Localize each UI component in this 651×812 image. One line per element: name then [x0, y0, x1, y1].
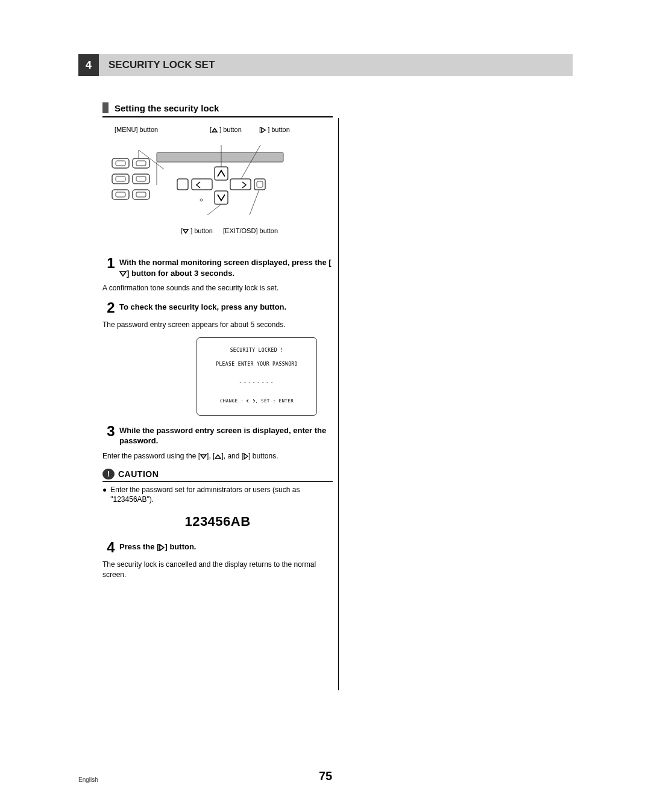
step-heading: While the password entry screen is displ… [119, 424, 333, 446]
caution-header: ! CAUTION [102, 469, 333, 482]
down-arrow-icon [200, 454, 207, 459]
step-2: 2 To check the security lock, press any … [102, 301, 333, 315]
svg-rect-10 [133, 190, 149, 199]
content-column: Setting the security lock [MENU] button … [102, 102, 333, 580]
bullet-dot: ● [102, 485, 107, 504]
diagram-label-menu: [MENU] button [115, 126, 158, 133]
svg-rect-17 [215, 191, 228, 204]
step-number: 1 [102, 256, 119, 278]
footer-language: English [78, 776, 98, 783]
caution-block: ! CAUTION ● Enter the password set for a… [102, 469, 333, 504]
svg-rect-18 [230, 179, 251, 190]
step-3: 3 While the password entry screen is dis… [102, 424, 333, 446]
diagram-label-right: [ ] button [259, 126, 290, 133]
page-footer: English 75 [78, 776, 573, 783]
password-screen-illustration: SECURITY LOCKED ! PLEASE ENTER YOUR PASS… [197, 337, 317, 416]
page-number: 75 [319, 769, 332, 783]
caution-bullet: ● Enter the password set for administrat… [102, 485, 333, 504]
document-page: 4 SECURITY LOCK SET Setting the security… [0, 0, 651, 812]
svg-rect-19 [254, 179, 265, 190]
svg-rect-12 [157, 152, 283, 162]
section-marker [102, 102, 108, 113]
svg-rect-0 [112, 158, 129, 168]
screen-line: CHANGE : , SET : ENTER [220, 398, 294, 404]
svg-rect-15 [192, 179, 212, 190]
step-body: A confirmation tone sounds and the secur… [102, 283, 333, 293]
screen-line: SECURITY LOCKED ! [230, 348, 284, 353]
svg-rect-14 [177, 179, 188, 190]
section-header: Setting the security lock [102, 102, 333, 117]
step-4: 4 Press the [] button. [102, 540, 333, 555]
caution-text: Enter the password set for administrator… [110, 485, 333, 504]
chapter-title: SECURITY LOCK SET [99, 54, 215, 76]
up-arrow-icon [212, 128, 218, 133]
diagram-label-down: [ ] button [181, 227, 213, 234]
svg-rect-16 [215, 167, 228, 180]
step-body: The password entry screen appears for ab… [102, 320, 333, 330]
screen-line: PLEASE ENTER YOUR PASSWORD [216, 361, 298, 367]
down-arrow-icon [183, 229, 189, 234]
section-title: Setting the security lock [115, 103, 219, 113]
right-arrow-icon [244, 453, 248, 460]
svg-rect-2 [133, 158, 149, 168]
diagram-label-up: [ ] button [210, 126, 242, 133]
device-diagram: [MENU] button [ ] button [ ] button [102, 126, 333, 246]
step-number: 2 [102, 301, 119, 315]
step-heading: To check the security lock, press any bu… [119, 301, 286, 315]
step-body: Enter the password using the [], [], and… [102, 451, 333, 461]
step-heading: Press the [] button. [119, 540, 196, 555]
up-arrow-icon [215, 454, 221, 459]
svg-rect-8 [112, 190, 129, 199]
step-1: 1 With the normal monitoring screen disp… [102, 256, 333, 278]
step-number: 4 [102, 540, 119, 555]
down-arrow-icon [119, 271, 127, 276]
svg-line-27 [250, 190, 259, 215]
svg-rect-4 [112, 174, 129, 184]
step-number: 3 [102, 424, 119, 446]
left-right-arrow-icon [247, 399, 255, 403]
password-example: 123456AB [102, 514, 333, 529]
caution-icon: ! [102, 469, 115, 479]
svg-point-21 [200, 199, 203, 201]
svg-line-26 [207, 204, 221, 215]
column-divider [338, 118, 339, 690]
screen-line: -------- [239, 379, 274, 385]
device-illustration [111, 143, 286, 215]
right-arrow-icon [261, 127, 266, 133]
chapter-number: 4 [78, 54, 99, 76]
step-heading: With the normal monitoring screen displa… [119, 256, 333, 278]
step-body: The security lock is cancelled and the d… [102, 560, 333, 580]
chapter-header: 4 SECURITY LOCK SET [78, 54, 573, 76]
diagram-label-exit: [EXIT/OSD] button [223, 227, 278, 234]
svg-rect-6 [133, 174, 149, 184]
caution-title: CAUTION [118, 469, 159, 479]
